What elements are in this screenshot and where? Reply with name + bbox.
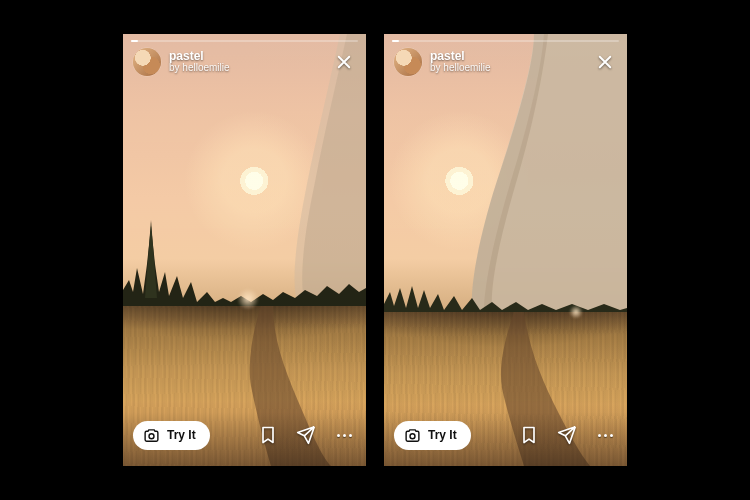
bookmark-icon [519,425,539,445]
filter-tint [384,34,627,466]
story-progress-bar [392,40,619,42]
close-button[interactable] [593,50,617,74]
filter-byline: by helloemilie [169,63,230,74]
header-text[interactable]: pastel by helloemilie [430,50,491,73]
send-icon [557,425,577,445]
save-button[interactable] [256,423,280,447]
more-button[interactable] [593,423,617,447]
close-icon [596,53,614,71]
save-button[interactable] [517,423,541,447]
camera-icon [143,427,160,444]
story-progress-bar [131,40,358,42]
story-media[interactable] [384,34,627,466]
comparison-stage: pastel by helloemilie Try It [0,0,750,500]
try-it-button[interactable]: Try It [394,421,471,450]
header-text[interactable]: pastel by helloemilie [169,50,230,73]
avatar[interactable] [133,48,161,76]
more-icon [598,434,601,437]
close-icon [335,53,353,71]
story-footer: Try It [384,412,627,466]
avatar[interactable] [394,48,422,76]
story-media[interactable] [123,34,366,466]
send-button[interactable] [294,423,318,447]
try-it-label: Try It [167,428,196,442]
svg-point-1 [410,433,415,438]
story-panel-right: pastel by helloemilie Try It [384,34,627,466]
filter-tint [123,34,366,466]
svg-point-0 [149,433,154,438]
story-panel-left: pastel by helloemilie Try It [123,34,366,466]
more-button[interactable] [332,423,356,447]
story-footer: Try It [123,412,366,466]
try-it-button[interactable]: Try It [133,421,210,450]
close-button[interactable] [332,50,356,74]
send-icon [296,425,316,445]
send-button[interactable] [555,423,579,447]
more-icon [337,434,340,437]
filter-byline: by helloemilie [430,63,491,74]
story-header: pastel by helloemilie [133,48,356,76]
camera-icon [404,427,421,444]
try-it-label: Try It [428,428,457,442]
bookmark-icon [258,425,278,445]
story-header: pastel by helloemilie [394,48,617,76]
